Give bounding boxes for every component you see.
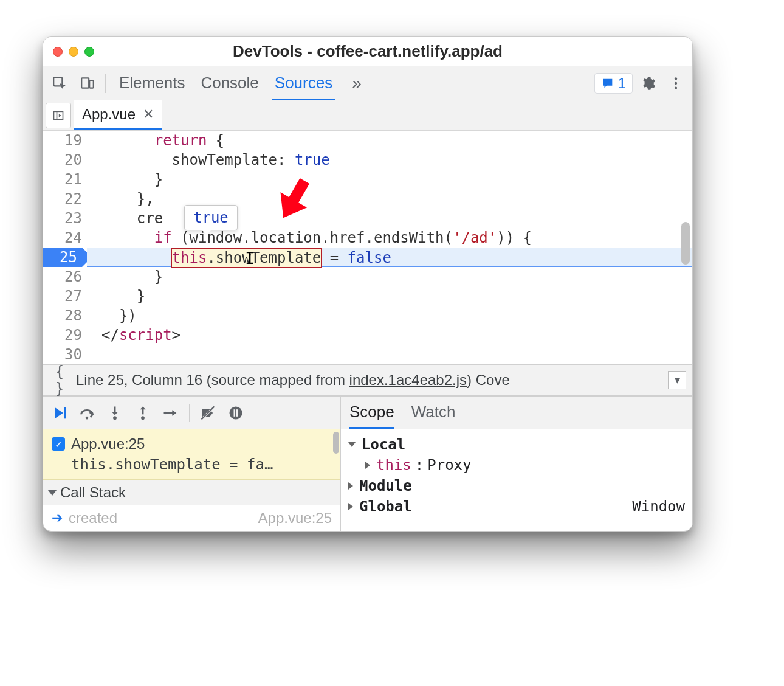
maximize-window-icon[interactable] [84, 47, 94, 57]
step-icon[interactable] [159, 401, 183, 425]
line-number[interactable]: 28 [43, 306, 82, 325]
line-number[interactable]: 26 [43, 267, 82, 286]
status-text: Line 25, Column 16 (source mapped from i… [76, 372, 662, 389]
more-tabs-icon[interactable]: » [346, 74, 368, 93]
code-token: }) [119, 307, 137, 324]
scope-label: Local [362, 436, 405, 453]
code-token: (window.location.href.endsWith( [172, 229, 453, 246]
issues-count: 1 [618, 75, 626, 92]
scope-global[interactable]: Global Window [348, 496, 685, 517]
debugger-drawer: ✓ App.vue:25 this.showTemplate = fa… Cal… [43, 396, 692, 531]
svg-rect-9 [64, 407, 66, 418]
breakpoint-line-number[interactable]: 25 [43, 248, 82, 267]
code-token: cre [137, 210, 163, 227]
svg-marker-14 [140, 406, 145, 409]
svg-point-19 [230, 406, 242, 419]
scope-this[interactable]: this: Proxy [348, 455, 685, 476]
code-token: }, [137, 190, 154, 207]
tab-sources[interactable]: Sources [272, 67, 335, 100]
breakpoint-checkbox[interactable]: ✓ [52, 437, 65, 451]
line-number[interactable]: 19 [43, 131, 82, 150]
deactivate-breakpoints-icon[interactable] [196, 401, 220, 425]
line-number[interactable]: 21 [43, 170, 82, 189]
line-number[interactable]: 30 [43, 345, 82, 364]
breakpoints-panel: ✓ App.vue:25 this.showTemplate = fa… [43, 429, 340, 480]
code-token: if [154, 229, 172, 246]
navigator-toggle-icon[interactable] [46, 103, 71, 128]
cursor-position: Line 25, Column 16 [76, 372, 202, 388]
status-more-icon[interactable] [668, 371, 686, 389]
titlebar: DevTools - coffee-cart.netlify.app/ad [43, 37, 692, 66]
line-number[interactable]: 20 [43, 150, 82, 170]
svg-marker-8 [59, 114, 61, 117]
current-frame-icon: ➔ [52, 510, 63, 526]
code-token: return [154, 132, 207, 149]
status-fragment: Cove [472, 372, 510, 388]
line-number[interactable]: 29 [43, 325, 82, 345]
breakpoint-location[interactable]: App.vue:25 [71, 435, 145, 452]
code-token: script [119, 327, 172, 344]
call-stack-header[interactable]: Call Stack [43, 480, 340, 505]
code-scrollbar[interactable] [681, 222, 690, 265]
svg-point-3 [675, 77, 677, 80]
scope-key: this [376, 457, 411, 474]
resume-icon[interactable] [47, 401, 71, 425]
step-over-icon[interactable] [75, 401, 99, 425]
file-tab-label: App.vue [82, 106, 136, 123]
code-content[interactable]: return { showTemplate: true } }, created… [87, 131, 692, 364]
disclosure-triangle-icon [348, 442, 356, 447]
inspect-element-icon[interactable] [47, 71, 72, 96]
svg-point-4 [675, 81, 677, 84]
call-stack-frame[interactable]: ➔ created App.vue:25 [43, 505, 340, 531]
code-token: true [295, 151, 330, 168]
kebab-menu-icon[interactable] [663, 71, 689, 96]
close-file-icon[interactable]: ✕ [143, 106, 154, 122]
code-editor: 19 20 21 22 23 24 25 26 27 28 29 30 retu… [43, 131, 692, 364]
file-tab-app-vue[interactable]: App.vue ✕ [74, 100, 162, 130]
svg-point-10 [86, 416, 89, 419]
svg-rect-6 [54, 111, 63, 119]
svg-rect-2 [89, 80, 94, 88]
line-number[interactable]: 23 [43, 209, 82, 228]
scope-module[interactable]: Module [348, 476, 685, 496]
scope-watch-tabs: Scope Watch [341, 397, 692, 429]
svg-rect-20 [234, 409, 236, 417]
code-token: '/ad' [453, 229, 497, 246]
svg-point-13 [141, 416, 145, 420]
code-token: } [154, 171, 163, 188]
line-number[interactable]: 22 [43, 189, 82, 209]
step-out-icon[interactable] [131, 401, 155, 425]
source-mapped-link[interactable]: index.1ac4eab2.js [349, 372, 467, 388]
status-fragment: (source mapped from [207, 372, 349, 388]
close-window-icon[interactable] [53, 47, 63, 57]
tab-watch[interactable]: Watch [411, 397, 456, 429]
step-into-icon[interactable] [103, 401, 127, 425]
scope-label: Global [359, 498, 412, 515]
line-number[interactable]: 24 [43, 228, 82, 248]
minimize-window-icon[interactable] [69, 47, 78, 57]
settings-icon[interactable] [635, 71, 661, 96]
tab-scope[interactable]: Scope [349, 397, 394, 429]
code-token: showTemplate: [172, 151, 295, 168]
line-number[interactable]: 27 [43, 286, 82, 306]
issues-badge[interactable]: 1 [594, 73, 633, 94]
breakpoints-scrollbar[interactable] [333, 432, 339, 454]
disclosure-triangle-icon [48, 490, 57, 496]
tab-console[interactable]: Console [198, 67, 261, 100]
pause-exceptions-icon[interactable] [224, 401, 248, 425]
status-bar: { } Line 25, Column 16 (source mapped fr… [43, 364, 692, 396]
tab-elements[interactable]: Elements [117, 67, 187, 100]
hover-tooltip: true [184, 205, 238, 230]
pretty-print-icon[interactable]: { } [49, 363, 70, 397]
code-token: this [172, 249, 207, 266]
code-token: .showTemplate [207, 249, 321, 266]
main-toolbar: Elements Console Sources » 1 [43, 66, 692, 100]
line-gutter: 19 20 21 22 23 24 25 26 27 28 29 30 [43, 131, 87, 364]
svg-point-5 [675, 86, 677, 89]
chat-icon [601, 77, 614, 90]
frame-location: App.vue:25 [258, 510, 332, 527]
scope-local[interactable]: Local [348, 434, 685, 455]
disclosure-triangle-icon [348, 482, 353, 490]
device-toolbar-icon[interactable] [75, 71, 100, 96]
panel-tabs: Elements Console Sources » [117, 66, 592, 100]
